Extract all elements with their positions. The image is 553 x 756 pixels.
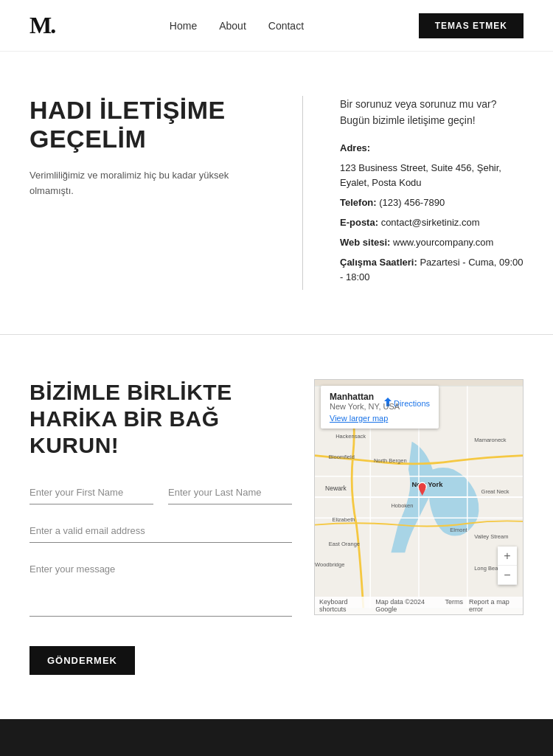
section-right: Bir sorunuz veya sorunuz mu var? Bugün b…: [340, 96, 524, 290]
svg-text:Hoboken: Hoboken: [391, 502, 413, 509]
contact-info-section: HADI İLETİŞİME GEÇELİM Verimliliğimiz ve…: [0, 52, 553, 335]
logo: M.: [29, 12, 55, 39]
svg-text:Hackensack: Hackensack: [335, 433, 366, 440]
main-nav: Home About Contact: [170, 20, 304, 32]
svg-text:Valley Stream: Valley Stream: [474, 534, 508, 541]
message-textarea[interactable]: [29, 558, 292, 617]
svg-text:Woodbridge: Woodbridge: [315, 561, 344, 568]
message-group: [29, 558, 292, 617]
nav-home[interactable]: Home: [170, 20, 197, 32]
footer: M. ADRES 123 Business Street, Suite 456,…: [0, 719, 553, 756]
last-name-input[interactable]: [168, 481, 292, 504]
map-info-overlay: Manhattan New York, NY, USA Directions V…: [321, 386, 439, 429]
svg-text:Elmont: Elmont: [450, 527, 467, 533]
first-name-group: [29, 481, 153, 504]
map-footer-shortcuts[interactable]: Keyboard shortcuts: [319, 598, 369, 613]
email-row: E-posta: contact@sirketiniz.com: [340, 215, 524, 231]
svg-text:Mamaroneck: Mamaroneck: [474, 437, 507, 443]
contact-tagline: Bir sorunuz veya sorunuz mu var? Bugün b…: [340, 96, 524, 129]
map-zoom-controls: + −: [498, 547, 517, 585]
map-area: Hackensack Mamaroneck Newark New York Bl…: [314, 379, 524, 675]
nav-about[interactable]: About: [219, 20, 246, 32]
form-title: BİZİMLE BİRLİKTE HARİKA BİR BAĞ KURUN!: [29, 379, 292, 459]
svg-text:Newark: Newark: [325, 485, 347, 492]
map-footer: Keyboard shortcuts Map data ©2024 Google…: [315, 597, 523, 614]
header: M. Home About Contact TEMAS ETMEK: [0, 0, 553, 52]
last-name-group: [168, 481, 292, 504]
svg-text:New York: New York: [412, 480, 444, 488]
section-title: HADI İLETİŞİME GEÇELİM: [29, 96, 265, 153]
svg-text:North Bergen: North Bergen: [374, 457, 407, 464]
map-container[interactable]: Hackensack Mamaroneck Newark New York Bl…: [314, 379, 524, 615]
hours-row: Çalışma Saatleri: Pazartesi - Cuma, 09:0…: [340, 255, 524, 286]
address-row: Adres:: [340, 141, 524, 156]
nav-contact[interactable]: Contact: [268, 20, 304, 32]
svg-text:East Orange: East Orange: [329, 541, 360, 547]
phone-row: Telefon: (123) 456-7890: [340, 195, 524, 211]
map-footer-terms[interactable]: Terms: [445, 598, 464, 613]
section-left: HADI İLETİŞİME GEÇELİM Verimliliğimiz ve…: [29, 96, 265, 290]
form-map-section: BİZİMLE BİRLİKTE HARİKA BİR BAĞ KURUN! G…: [0, 335, 553, 719]
contact-info-block: Adres: 123 Business Street, Suite 456, Ş…: [340, 141, 524, 285]
map-footer-data: Map data ©2024 Google: [375, 598, 439, 613]
contact-button[interactable]: TEMAS ETMEK: [419, 13, 524, 38]
name-row: [29, 481, 292, 504]
map-zoom-out[interactable]: −: [498, 566, 517, 585]
form-area: BİZİMLE BİRLİKTE HARİKA BİR BAĞ KURUN! G…: [29, 379, 314, 675]
svg-text:Elizabeth: Elizabeth: [333, 516, 355, 523]
svg-text:Great Neck: Great Neck: [481, 488, 509, 495]
section-subtitle: Verimliliğimiz ve moralimiz hiç bu kadar…: [29, 168, 265, 199]
submit-button[interactable]: GÖNDERMEK: [29, 646, 135, 675]
svg-text:Bloomfield: Bloomfield: [329, 454, 355, 460]
website-row: Web sitesi: www.yourcompany.com: [340, 235, 524, 251]
map-zoom-in[interactable]: +: [498, 547, 517, 566]
address-value: 123 Business Street, Suite 456, Şehir, E…: [340, 161, 524, 192]
map-view-larger-link[interactable]: View larger map: [330, 414, 430, 423]
email-group: [29, 519, 292, 543]
map-footer-report[interactable]: Report a map error: [469, 598, 518, 613]
email-input[interactable]: [29, 519, 292, 543]
first-name-input[interactable]: [29, 481, 153, 504]
vertical-divider: [302, 96, 303, 290]
